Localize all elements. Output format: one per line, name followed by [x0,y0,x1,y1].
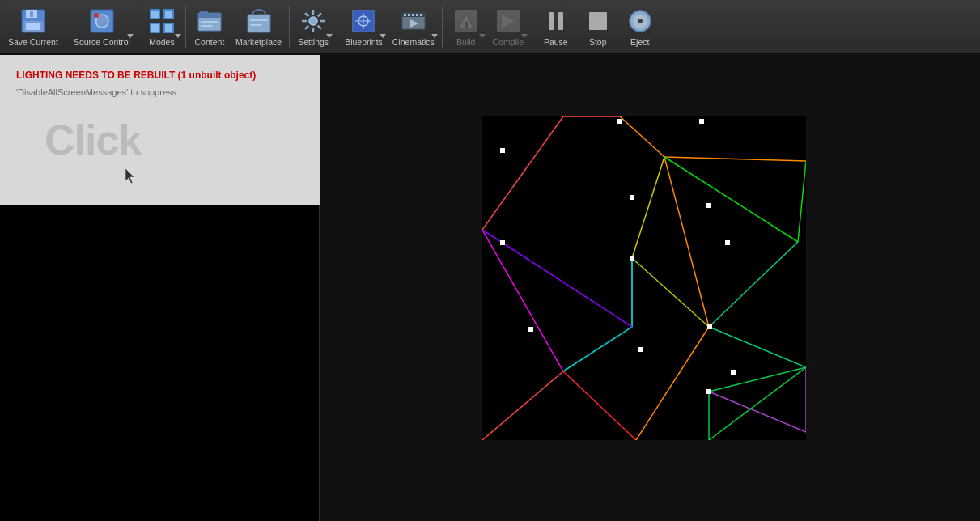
svg-rect-53 [558,12,563,30]
pause-label: Pause [544,37,568,47]
pause-button[interactable]: Pause [535,1,577,53]
svg-line-62 [664,157,798,242]
source-control-button[interactable]: Source Control [69,1,135,53]
svg-line-59 [620,116,664,157]
svg-rect-49 [465,22,468,28]
save-icon [19,6,48,36]
marketplace-icon [244,6,274,36]
svg-line-63 [798,161,806,242]
sep4 [289,6,290,48]
svg-line-74 [636,327,709,440]
svg-line-66 [482,230,563,371]
svg-line-77 [709,367,806,440]
source-control-dropdown-arrow [127,34,134,38]
svg-rect-24 [250,24,262,26]
svg-line-70 [482,116,563,230]
cinematics-button[interactable]: Cinematics [388,1,439,53]
compile-button[interactable]: Compile [487,1,529,53]
svg-line-33 [305,26,308,29]
settings-button[interactable]: Settings [292,1,334,53]
lighting-warning: LIGHTING NEEDS TO BE REBUILT (1 unbuilt … [16,70,256,81]
svg-rect-82 [500,148,505,153]
blueprints-label: Blueprints [345,37,383,47]
svg-rect-16 [165,24,172,32]
sep1 [66,6,66,48]
svg-line-30 [305,13,308,16]
svg-rect-15 [151,24,159,32]
sep6 [442,6,443,48]
marketplace-button[interactable]: Marketplace [231,1,286,53]
marketplace-label: Marketplace [235,37,282,47]
svg-rect-44 [416,14,418,16]
svg-rect-90 [528,327,533,332]
settings-label: Settings [298,37,329,47]
svg-line-64 [709,327,806,367]
svg-point-7 [94,13,99,18]
modes-dropdown-arrow [175,34,181,38]
eject-button[interactable]: Eject [619,1,661,53]
svg-rect-41 [404,14,406,16]
svg-line-60 [664,157,806,161]
svg-line-75 [709,367,806,392]
build-button[interactable]: Build [445,1,487,53]
svg-rect-2 [30,11,33,17]
modes-label: Modes [149,37,175,47]
viewport-left[interactable]: LIGHTING NEEDS TO BE REBUILT (1 unbuilt … [0,55,320,521]
compile-icon [494,6,523,36]
click-text: Click [45,116,141,164]
stop-label: Stop [589,37,607,47]
sep5 [337,6,337,48]
save-current-button[interactable]: Save Current [3,1,63,53]
build-dropdown-arrow [479,34,486,38]
svg-rect-23 [250,19,268,21]
source-control-icon [87,6,117,36]
svg-marker-58 [125,168,134,184]
stop-icon [583,6,613,36]
svg-line-31 [318,26,321,29]
svg-rect-87 [500,240,505,245]
compile-label: Compile [493,37,524,47]
svg-line-72 [482,371,563,440]
blueprints-button[interactable]: Blueprints [340,1,388,53]
svg-rect-21 [201,25,213,27]
content-button[interactable]: Content [189,1,231,53]
blueprints-icon [349,6,378,36]
cursor-arrow-icon [125,168,137,184]
toolbar: Save Current Source Control [0,0,980,55]
source-control-label: Source Control [74,37,130,47]
save-current-label: Save Current [8,37,58,47]
svg-rect-19 [200,11,208,15]
settings-dropdown-arrow [326,34,333,38]
settings-icon [299,6,328,36]
svg-rect-45 [420,14,422,16]
svg-rect-92 [706,389,711,394]
svg-rect-54 [589,12,607,30]
build-icon [452,6,481,36]
compile-dropdown-arrow [521,34,528,38]
svg-rect-86 [725,240,730,245]
svg-rect-42 [408,14,410,16]
viewport-right[interactable] [320,55,980,521]
eject-label: Eject [630,37,649,47]
svg-point-25 [309,17,317,25]
content-icon [195,6,224,36]
stop-button[interactable]: Stop [577,1,619,53]
cinematics-dropdown-arrow [431,34,438,38]
sep2 [138,6,138,48]
svg-rect-14 [165,11,172,18]
svg-rect-4 [26,23,40,30]
svg-rect-85 [706,203,711,208]
svg-rect-22 [248,15,270,32]
svg-rect-88 [707,324,712,329]
svg-line-61 [664,157,709,327]
svg-rect-20 [201,21,218,23]
svg-rect-84 [630,256,634,260]
pause-icon [541,6,571,36]
svg-line-73 [563,371,636,440]
modes-button[interactable]: Modes [141,1,183,53]
svg-line-69 [632,157,664,258]
svg-line-78 [709,392,806,432]
svg-rect-83 [630,195,634,200]
svg-rect-52 [549,12,554,30]
eject-icon [626,6,655,36]
